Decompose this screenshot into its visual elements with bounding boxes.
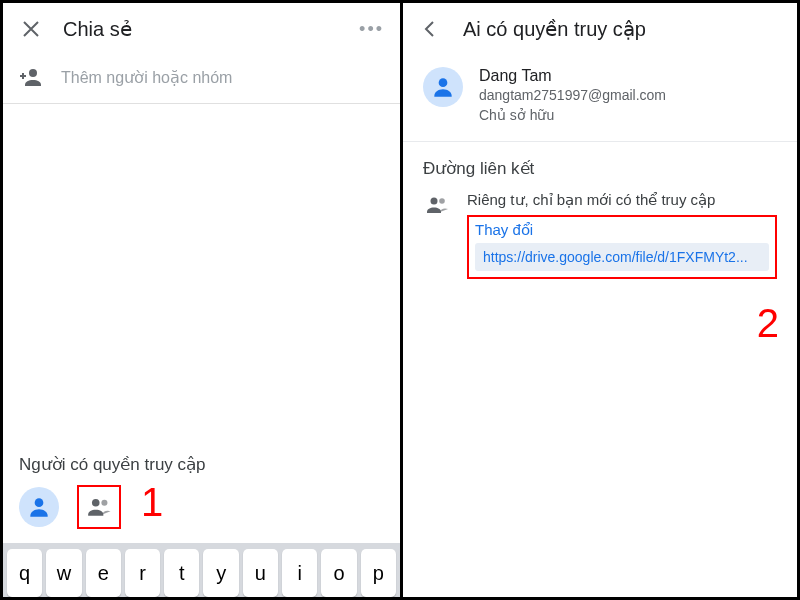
key-e[interactable]: e [86,549,121,597]
avatar[interactable] [19,487,59,527]
owner-role: Chủ sở hữu [479,107,666,123]
owner-email: dangtam2751997@gmail.com [479,87,666,103]
key-u[interactable]: u [243,549,278,597]
annotation-2: 2 [757,301,779,346]
owner-row: Dang Tam dangtam2751997@gmail.com Chủ sở… [403,55,797,142]
close-icon[interactable] [19,17,43,41]
svg-point-3 [101,500,107,506]
svg-point-4 [439,78,448,87]
key-i[interactable]: i [282,549,317,597]
svg-point-6 [439,198,445,204]
access-panel: Ai có quyền truy cập Dang Tam dangtam275… [403,3,797,597]
share-header: Chia sẻ ••• [3,3,400,55]
add-people-input[interactable]: Thêm người hoặc nhóm [61,68,384,87]
access-header: Ai có quyền truy cập [403,3,797,55]
owner-name: Dang Tam [479,67,666,85]
link-section: Đường liên kết Riêng tư, chỉ bạn mới có … [403,142,797,295]
share-panel: Chia sẻ ••• Thêm người hoặc nhóm Người c… [3,3,403,597]
access-heading: Người có quyền truy cập [3,454,400,485]
share-title: Chia sẻ [63,17,339,41]
access-avatars [3,485,400,543]
share-url[interactable]: https://drive.google.com/file/d/1FXFMYt2… [475,243,769,271]
person-add-icon [19,65,43,89]
svg-point-0 [29,69,37,77]
access-title: Ai có quyền truy cập [463,17,781,41]
change-link[interactable]: Thay đổi [475,221,769,239]
key-w[interactable]: w [46,549,81,597]
svg-point-5 [431,198,438,205]
group-icon [423,191,451,217]
svg-point-1 [35,498,44,507]
link-box: Thay đổi https://drive.google.com/file/d… [467,215,777,279]
manage-access-button[interactable] [77,485,121,529]
add-people-row[interactable]: Thêm người hoặc nhóm [3,55,400,104]
owner-avatar [423,67,463,107]
svg-point-2 [92,499,100,507]
link-heading: Đường liên kết [423,158,777,179]
key-p[interactable]: p [361,549,396,597]
key-q[interactable]: q [7,549,42,597]
privacy-text: Riêng tư, chỉ bạn mới có thể truy cập [467,191,777,209]
key-r[interactable]: r [125,549,160,597]
key-o[interactable]: o [321,549,356,597]
keyboard-row: q w e r t y u i o p [3,543,400,597]
annotation-1: 1 [141,480,163,525]
key-t[interactable]: t [164,549,199,597]
key-y[interactable]: y [203,549,238,597]
more-icon[interactable]: ••• [359,19,384,40]
back-icon[interactable] [419,17,443,41]
